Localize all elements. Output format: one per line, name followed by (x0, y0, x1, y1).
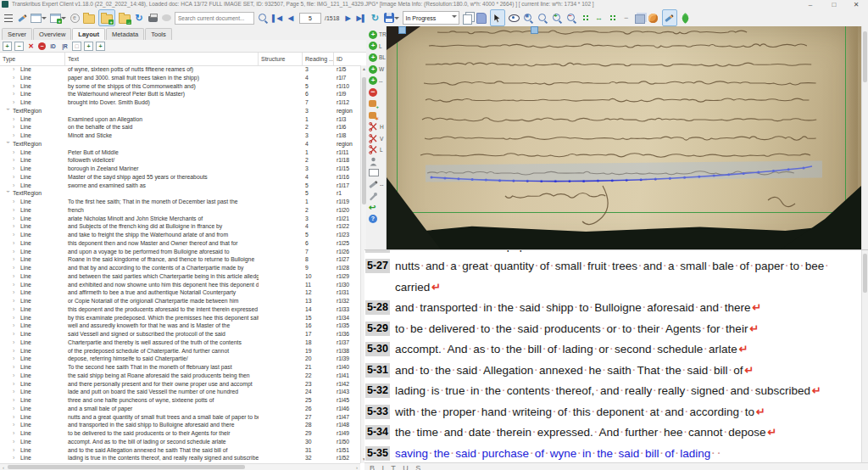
undo-icon[interactable]: ↩ (366, 202, 386, 214)
palette-icon[interactable] (648, 11, 659, 25)
scroll-thumb[interactable] (863, 254, 867, 293)
table-row[interactable]: ›Linethe Waterhound whereof Peter Butt i… (0, 90, 360, 98)
expand-arrow-icon[interactable]: › (13, 322, 19, 330)
format-buttons[interactable]: B I T U S (364, 464, 868, 470)
expand-arrow-icon[interactable]: › (13, 388, 19, 396)
line-text[interactable]: accompt.·And·as·to·the·bill·of·lading·or… (395, 343, 737, 355)
line-text[interactable]: with·the·proper·hand·writeing·of·this·de… (395, 406, 754, 418)
versions-icon[interactable] (476, 11, 487, 25)
table-row[interactable]: ›Linefolloweth videlicet/2r1l18 (0, 156, 360, 165)
table-row[interactable]: ›Linenutts and a great quantity of small… (0, 413, 360, 422)
tab-tools[interactable]: Tools (145, 28, 172, 40)
table-row[interactable]: ›Lineand there personally present and fo… (0, 380, 360, 389)
reading-order-icon[interactable]: |R (60, 42, 70, 51)
plugin-leaf-icon[interactable] (681, 11, 691, 25)
expand-arrow-icon[interactable]: › (13, 131, 19, 140)
expand-arrow-icon[interactable]: › (13, 355, 19, 363)
folder-icon[interactable] (83, 11, 95, 25)
annotate-pencil-icon[interactable] (662, 9, 677, 26)
table-row[interactable]: ›Lineor Copie Notariall of the origional… (0, 297, 360, 305)
page-number-input[interactable] (299, 13, 321, 24)
transcript-line-5-34[interactable]: 5-34the·time·and·date·therein·expressed.… (364, 422, 860, 444)
transcript-line-5-31[interactable]: 5-31and·to·the·said·Allegation·annexed·h… (364, 360, 860, 381)
tab-metadata[interactable]: Metadata (106, 28, 144, 40)
panel-options-icon[interactable]: □ (72, 42, 81, 51)
expand-arrow-icon[interactable]: › (13, 198, 19, 206)
refresh-icon[interactable]: ↻ (134, 11, 144, 25)
expand-arrow-icon[interactable]: › (13, 347, 19, 355)
expand-arrow-icon[interactable]: › (13, 288, 19, 297)
fit-width-icon[interactable]: ↔ (594, 11, 604, 25)
expand-arrow-icon[interactable]: › (13, 438, 19, 446)
folder-open-doc-icon[interactable]: + (98, 9, 115, 26)
transcript-line-5-32[interactable]: 5-32lading·is·true·in·the·contents·there… (364, 381, 860, 402)
window-layout-icon[interactable] (31, 11, 47, 25)
column-id[interactable]: ID (334, 53, 353, 65)
status-select[interactable]: In Progress (403, 11, 459, 25)
table-row[interactable]: ›Linepaper and 3000. small fruit trees t… (0, 74, 360, 82)
delete-shape-icon[interactable]: ✕ (26, 42, 36, 51)
zoom-in-icon[interactable]: + (552, 11, 563, 25)
table-row[interactable]: ›Lineand exhibited and now showne unto h… (0, 281, 360, 289)
close-icon[interactable]: ✕ (848, 0, 865, 9)
expand-arrow-icon[interactable]: › (13, 446, 19, 455)
reading-order-person-icon[interactable] (366, 156, 386, 168)
prev-page-icon[interactable]: ◀ (286, 11, 296, 25)
rectangle-mode-icon[interactable] (366, 167, 386, 179)
line-text[interactable]: and·transported·in·the·said·shipp·to·Bul… (395, 301, 751, 314)
shape-tools-icon[interactable] (366, 190, 386, 202)
scroll-right-icon[interactable]: › (353, 464, 360, 470)
expand-arrow-icon[interactable]: › (13, 90, 19, 98)
expand-arrow-icon[interactable]: › (13, 330, 19, 339)
column-text[interactable]: Text (65, 53, 259, 65)
table-row[interactable]: ›LineTo the first hee saith; That in the… (0, 198, 360, 206)
transcript-line-5-26[interactable]: 5-26and·a·small·bale·of·paper↵ (364, 249, 860, 256)
table-row[interactable]: ›Linethis deponent then and now Master a… (0, 239, 360, 248)
expand-arrow-icon[interactable]: › (13, 123, 19, 131)
remove-shape-icon[interactable]: − (366, 87, 386, 98)
column-structure[interactable]: Structure (259, 53, 303, 65)
expand-arrow-icon[interactable]: › (13, 182, 19, 190)
search-input[interactable] (175, 12, 254, 25)
split-line-icon[interactable]: L (366, 144, 386, 156)
expand-arrow-icon[interactable]: › (13, 405, 19, 413)
manuscript-image[interactable] (387, 26, 861, 249)
table-row[interactable]: ›Lineof wyne, sixteen potts of nutts fif… (0, 65, 360, 74)
table-row[interactable]: ›TextRegion4region (0, 140, 360, 148)
scroll-left-icon[interactable]: ‹ (0, 464, 7, 470)
tab-server[interactable]: Server (2, 28, 32, 40)
table-row[interactable]: ›Linelade and putt on board the said Ves… (0, 388, 360, 396)
select-tool-icon[interactable] (490, 9, 505, 26)
expand-arrow-icon[interactable]: › (13, 421, 19, 429)
collapse-all-icon[interactable]: − (14, 42, 24, 51)
print-icon[interactable] (147, 11, 158, 25)
table-row[interactable]: ›LineMinott and Sticke3r1l8 (0, 131, 360, 140)
add-baseline-icon[interactable]: +BL (366, 52, 386, 64)
transcript-line-5-30[interactable]: 5-30accompt.·And·as·to·the·bill·of·ladin… (364, 339, 860, 361)
table-row[interactable]: ›Lineand Subjects of the ffrench king di… (0, 222, 360, 231)
expand-arrow-icon[interactable]: › (13, 248, 19, 256)
expand-arrow-icon[interactable]: › (13, 372, 19, 380)
table-row[interactable]: ›Lineof the predeposed schedule of Chate… (0, 347, 360, 355)
maximize-icon[interactable]: □ (826, 0, 843, 9)
table-row[interactable]: ›LineExamined upon an Allegation1r1l3 (0, 115, 360, 124)
minimize-icon[interactable]: – (802, 0, 819, 9)
expand-arrow-icon[interactable]: › (13, 74, 19, 82)
fit-page-icon[interactable] (581, 11, 591, 25)
table-row[interactable]: ›TextRegion3region (0, 107, 360, 115)
eye-icon[interactable] (509, 11, 520, 25)
table-row[interactable]: ›Lineand affirmeth to bee a true and aut… (0, 288, 360, 297)
add-other-icon[interactable]: +-- (366, 75, 386, 87)
tab-layout[interactable]: Layout (72, 28, 105, 40)
expand-arrow-icon[interactable]: › (13, 255, 19, 264)
folder-import-icon[interactable]: → (119, 11, 131, 25)
add-word-icon[interactable]: +W (366, 64, 386, 76)
table-row[interactable]: ›Lineon the behalfe of the said2r1l6 (0, 123, 360, 131)
scroll-thumb[interactable] (8, 465, 245, 469)
expand-arrow-icon[interactable]: › (13, 98, 19, 107)
zoom-icon[interactable] (537, 11, 548, 25)
expand-arrow-icon[interactable]: › (13, 65, 19, 74)
expand-arrow-icon[interactable]: › (13, 173, 19, 182)
add-line-icon[interactable]: +L (366, 41, 386, 53)
split-vertical-icon[interactable]: V (366, 132, 386, 144)
